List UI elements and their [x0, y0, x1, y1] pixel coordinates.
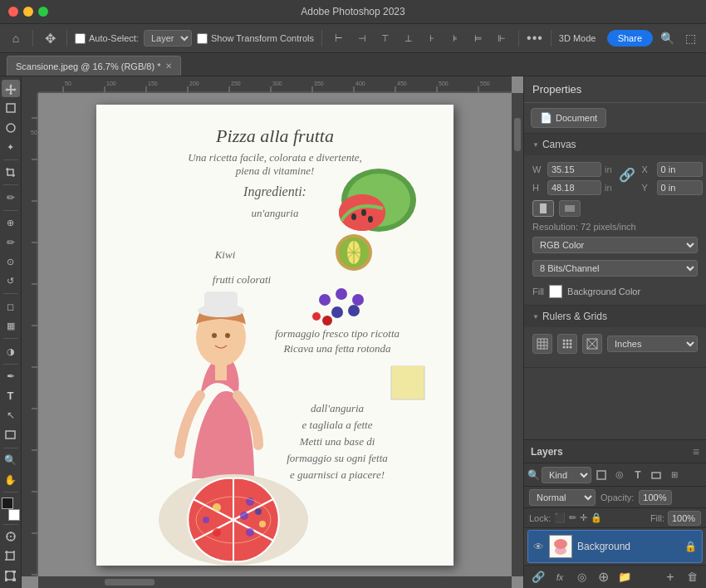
- tool-lasso[interactable]: [2, 119, 20, 136]
- document-button[interactable]: 📄 Document: [531, 108, 606, 128]
- portrait-orient-button[interactable]: [532, 200, 554, 217]
- fg-bg-colors[interactable]: [0, 497, 22, 520]
- tool-move[interactable]: [2, 80, 20, 97]
- tool-shape[interactable]: [2, 426, 20, 443]
- x-input[interactable]: [657, 162, 703, 177]
- width-row: W in: [532, 162, 612, 177]
- background-color[interactable]: [8, 509, 20, 521]
- layer-adjust-add-icon[interactable]: ⊕: [594, 568, 612, 586]
- align-right-icon[interactable]: ⊤: [376, 29, 395, 47]
- minimize-button[interactable]: [23, 7, 33, 17]
- tool-artboard[interactable]: [2, 547, 20, 565]
- tool-clone[interactable]: ⊙: [2, 253, 20, 271]
- share-button[interactable]: Share: [607, 30, 653, 47]
- tool-eyedropper[interactable]: ✏: [2, 189, 20, 206]
- link-proportions-icon[interactable]: 🔗: [619, 167, 635, 183]
- search-icon[interactable]: 🔍: [658, 29, 676, 47]
- layer-smart-icon[interactable]: ⊞: [666, 467, 683, 483]
- layers-panel: Layers ≡ 🔍 Kind ◎ T ⊞: [524, 439, 706, 588]
- lock-position-icon[interactable]: ✏: [569, 512, 576, 523]
- canvas-content[interactable]: Pizza alla frutta Una ricetta facile, co…: [38, 93, 512, 576]
- align-bottom-icon[interactable]: ⊧: [446, 29, 464, 47]
- tool-transform[interactable]: [2, 567, 20, 585]
- align-left-icon[interactable]: ⊢: [330, 29, 348, 47]
- more-options-icon[interactable]: •••: [527, 31, 543, 46]
- tool-history-brush[interactable]: ↺: [2, 272, 20, 290]
- tool-selection[interactable]: [2, 99, 20, 116]
- fill-opacity-label: Fill:: [650, 513, 664, 523]
- layer-delete-icon[interactable]: 🗑: [683, 568, 701, 586]
- width-input[interactable]: [547, 162, 601, 177]
- opacity-input[interactable]: [639, 490, 672, 505]
- tool-crop[interactable]: [2, 164, 20, 181]
- layer-background-row[interactable]: 👁 Background 🔒: [527, 530, 703, 563]
- layer-text-icon[interactable]: T: [630, 467, 646, 483]
- layer-pixel-icon[interactable]: [593, 467, 610, 483]
- tool-magic-wand[interactable]: ✦: [2, 138, 20, 155]
- distribute-v-icon[interactable]: ⊩: [493, 29, 511, 47]
- tool-dodge[interactable]: ◑: [2, 342, 20, 360]
- tool-heal[interactable]: ⊕: [2, 214, 20, 232]
- bits-select[interactable]: 8 Bits/Channel: [532, 260, 698, 277]
- layer-select[interactable]: Layer: [144, 30, 192, 47]
- tool-zoom[interactable]: 🔍: [2, 451, 20, 468]
- align-center-h-icon[interactable]: ⊣: [353, 29, 371, 47]
- tool-gradient[interactable]: ▦: [2, 317, 20, 335]
- layer-visibility-icon[interactable]: 👁: [533, 541, 544, 553]
- tool-type[interactable]: T: [2, 387, 20, 404]
- fill-opacity-input[interactable]: [668, 511, 701, 526]
- layer-adjust-icon[interactable]: ◎: [611, 467, 628, 483]
- tool-path-select[interactable]: ↖: [2, 407, 20, 424]
- landscape-orient-button[interactable]: [559, 200, 581, 217]
- grid-lines-icon[interactable]: [532, 334, 552, 354]
- height-input[interactable]: [547, 180, 601, 195]
- distribute-h-icon[interactable]: ⊨: [469, 29, 488, 47]
- tool-brush[interactable]: ✏: [2, 233, 20, 251]
- lock-artboard-icon[interactable]: ✛: [580, 512, 587, 523]
- grid-triangle-icon[interactable]: [582, 334, 602, 354]
- scrollbar-vertical[interactable]: [512, 93, 523, 576]
- layer-link-icon[interactable]: 🔗: [529, 568, 547, 586]
- align-top-icon[interactable]: ⊥: [400, 29, 418, 47]
- layer-shape-icon[interactable]: [648, 467, 664, 483]
- auto-select-checkbox[interactable]: Auto-Select:: [75, 33, 139, 44]
- home-icon[interactable]: ⌂: [7, 29, 25, 47]
- tool-eraser[interactable]: ◻: [2, 297, 20, 315]
- foreground-color[interactable]: [2, 497, 13, 509]
- fill-color-swatch[interactable]: [549, 285, 562, 298]
- layers-menu-icon[interactable]: ≡: [693, 445, 699, 458]
- close-button[interactable]: [8, 7, 18, 17]
- document-tab[interactable]: Scansione.jpeg @ 16.7% (RGB/8) * ✕: [7, 56, 181, 76]
- lock-pixels-icon[interactable]: ⬛: [554, 512, 566, 523]
- layers-kind-select[interactable]: Kind: [542, 467, 591, 483]
- svg-text:200: 200: [189, 81, 199, 86]
- scrollbar-h-thumb[interactable]: [105, 579, 154, 586]
- workspace-icon[interactable]: ⬚: [681, 29, 699, 47]
- right-panel-scroll[interactable]: Properties 📄 Document ▼ Canvas: [524, 76, 706, 439]
- canvas-section-header[interactable]: ▼ Canvas: [524, 134, 706, 155]
- transform-controls-checkbox[interactable]: Show Transform Controls: [197, 33, 314, 44]
- layer-fx-icon[interactable]: fx: [551, 568, 569, 586]
- canvas-area[interactable]: 50 100 150 200 250 300 350 400 4: [22, 76, 523, 588]
- scrollbar-horizontal[interactable]: [38, 576, 512, 588]
- tool-pen[interactable]: ✒: [2, 368, 20, 385]
- maximize-button[interactable]: [38, 7, 48, 17]
- tab-close-icon[interactable]: ✕: [165, 61, 172, 71]
- svg-rect-124: [597, 471, 605, 479]
- layer-group-icon[interactable]: 📁: [615, 568, 634, 586]
- move-icon[interactable]: ✥: [41, 29, 59, 47]
- layer-mask-icon[interactable]: ◎: [572, 568, 591, 586]
- y-input[interactable]: [657, 180, 703, 195]
- mode-select[interactable]: RGB Color: [532, 237, 698, 253]
- tool-mask[interactable]: [2, 528, 20, 546]
- rulers-grids-header[interactable]: ▼ Rulers & Grids: [524, 306, 706, 327]
- scrollbar-v-thumb[interactable]: [514, 118, 521, 151]
- layer-add-icon[interactable]: +: [661, 568, 679, 586]
- grid-dots-icon[interactable]: [557, 334, 577, 354]
- align-center-v-icon[interactable]: ⊦: [423, 29, 441, 47]
- tool-hand[interactable]: ✋: [2, 471, 20, 488]
- rulers-unit-select[interactable]: Inches Pixels Centimeters: [607, 336, 698, 352]
- blend-mode-select[interactable]: Normal: [529, 489, 596, 506]
- svg-point-117: [570, 343, 572, 345]
- lock-all-icon[interactable]: 🔒: [591, 512, 602, 523]
